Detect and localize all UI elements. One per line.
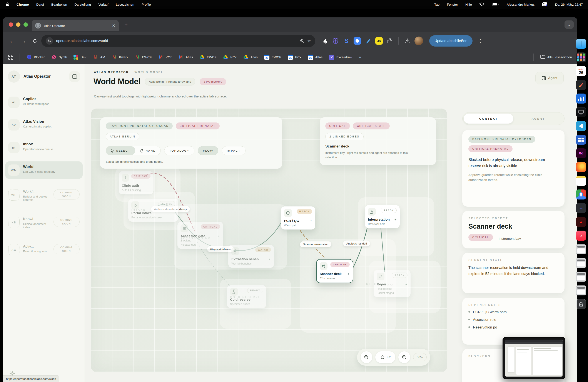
menu-verlauf[interactable]: Verlauf (98, 3, 108, 6)
node-extraction-bench[interactable]: WATCH Extraction bench✦ Wet lab benches (228, 245, 274, 268)
pip-window[interactable] (503, 337, 565, 379)
minimize-window-button[interactable] (16, 22, 21, 27)
node-clinic-auth[interactable]: !CRITICAL Clinic auth Auth ID missing (119, 171, 153, 194)
dock-minimized-window-thumbnail[interactable] (576, 258, 586, 268)
dock-firefox-icon[interactable] (576, 162, 586, 172)
node-pcr-qc[interactable]: WATCH PCR / QC✦ Warm path (281, 207, 315, 230)
close-window-button[interactable] (9, 22, 13, 27)
extension-wand-icon[interactable] (321, 37, 328, 44)
zoom-fit-button[interactable]: Fit (375, 351, 395, 363)
browser-tab[interactable]: Atlas Operator ✕ (32, 20, 119, 31)
dock-windows-app-icon[interactable] (576, 135, 586, 145)
reload-button[interactable] (30, 36, 40, 46)
dock-chrome-icon[interactable] (576, 190, 586, 199)
dock-minimized-window-thumbnail[interactable] (576, 272, 586, 282)
bookmark-kwarx[interactable]: MKwarx (112, 55, 128, 60)
bookmark-pcx-drive[interactable]: PCx (223, 55, 236, 60)
tab-agent[interactable]: AGENT (513, 114, 563, 124)
zoom-out-page-icon[interactable] (300, 39, 304, 43)
node-portal-intake[interactable]: INTAKE ◇ACTIVE Portal intake✦ Portal + a… (128, 199, 178, 222)
bookmark-pcx-mail[interactable]: MPCx (158, 55, 171, 60)
tool-topology[interactable]: TOPOLOGY (164, 146, 194, 155)
battery-icon[interactable] (492, 3, 499, 6)
dock-launchpad-icon[interactable] (576, 52, 586, 63)
sidebar-item-activity[interactable]: AC COMING SOONActiv...Execution logbook (5, 241, 83, 258)
menu-datei[interactable]: Datei (36, 3, 44, 6)
bookmark-excalidraw[interactable]: ✕ Excalidraw (329, 55, 352, 60)
back-button[interactable]: ← (7, 36, 17, 46)
bookmark-ewcf-mail[interactable]: MEWCF (135, 55, 151, 60)
menu-darstellung[interactable]: Darstellung (74, 3, 91, 6)
menu-bearbeiten[interactable]: Bearbeiten (51, 3, 67, 6)
node-scanner-deck[interactable]: CRITICAL Scanner deck✦ 52m reserve (316, 259, 353, 283)
bookmark-atlas-drive[interactable]: Atlas (243, 55, 258, 60)
bookmark-ewcf-calendar[interactable]: 26 EWCF (264, 55, 281, 60)
node-interpretation[interactable]: READY Interpretation✦ Reviewer held (365, 205, 400, 228)
sidebar-item-knowledge[interactable]: KB COMING SOONKnowl...Clinical document … (5, 214, 83, 232)
new-tab-button[interactable]: + (124, 21, 128, 28)
tab-close-icon[interactable]: ✕ (112, 23, 115, 28)
tab-context[interactable]: CONTEXT (464, 114, 513, 124)
menu-hilfe[interactable]: Hilfe (465, 3, 472, 6)
bookmark-am[interactable]: MAM (93, 55, 105, 60)
dock-acrobat-icon[interactable]: ▲ (576, 217, 586, 227)
tab-search-chevron-button[interactable]: ⌄ (565, 21, 574, 29)
apps-grid-icon[interactable] (8, 55, 13, 60)
extension-s-icon[interactable]: S (343, 37, 350, 44)
bookmark-synth[interactable]: Synth (51, 55, 67, 60)
bookmark-atlas-mail[interactable]: MAtlas (178, 55, 193, 60)
node-reporting[interactable]: REPORTING READY Reporting✦ Final release… (374, 270, 411, 297)
wifi-icon[interactable] (479, 2, 484, 6)
tool-impact[interactable]: IMPACT (222, 146, 246, 155)
chrome-update-button[interactable]: Update abschließen (429, 35, 473, 46)
bookmark-blocker[interactable]: Blocker (26, 55, 45, 60)
menubar-clock[interactable]: Do. 26. März 22:47 (555, 3, 583, 6)
fullscreen-window-button[interactable] (23, 22, 28, 27)
live-blockers-badge[interactable]: 3 live blockers (200, 78, 226, 85)
menubar-username[interactable]: Alessandro Markus (507, 3, 534, 6)
extension-pen-icon[interactable] (364, 37, 372, 44)
node-accession-gate[interactable]: ACCESSIONING ▣CRITICAL Accession gate✦ 2… (177, 222, 223, 249)
extension-camera-icon[interactable] (354, 37, 361, 44)
profile-avatar[interactable] (415, 37, 423, 45)
collapse-sidebar-button[interactable] (69, 71, 80, 82)
menu-chrome[interactable]: Chrome (17, 3, 29, 6)
sidebar-item-atlas-vision[interactable]: AV Atlas VisionCamera intake copilot (5, 116, 83, 134)
dock-minimized-window-thumbnail[interactable] (576, 244, 586, 254)
dock-notes-icon[interactable] (576, 176, 586, 186)
dock-vscode-icon[interactable] (576, 121, 586, 131)
bookmarks-overflow-chevron[interactable]: » (358, 55, 361, 60)
browser-menu-kebab-icon[interactable]: ⋮ (478, 38, 483, 43)
sidebar-item-workflows[interactable]: WF COMING SOONWorkfl...Builder and deplo… (5, 186, 83, 205)
sidebar-item-world[interactable]: WM WorldLab GIS + case topology (5, 161, 83, 179)
dock-calendar-icon[interactable]: MÄR26 (576, 66, 586, 76)
world-canvas[interactable]: Authorization dependency Physical releas… (91, 108, 447, 372)
extension-shield-icon[interactable] (332, 37, 339, 44)
bookmark-dev[interactable]: Dev (74, 55, 86, 60)
node-cold-reserve[interactable]: COLD RESERVE READY Cold reserve Specimen… (227, 285, 266, 308)
address-bar[interactable]: operator.atlasbiolabs.com/world ☆ (41, 35, 315, 47)
dock-music-icon[interactable]: ♪ (576, 231, 586, 241)
menu-fenster[interactable]: Fenster (447, 3, 458, 6)
forward-button[interactable]: → (19, 36, 28, 46)
dock-discord-icon[interactable]: ⌣ (576, 203, 586, 213)
all-bookmarks-button[interactable]: Alle Lesezeichen (540, 55, 572, 59)
dock-minimized-window-thumbnail[interactable] (576, 285, 586, 296)
dock-finder-icon[interactable] (576, 39, 586, 49)
menu-lesezeichen[interactable]: Lesezeichen (116, 3, 134, 6)
menu-tab[interactable]: Tab (434, 3, 440, 6)
dock-dart-icon[interactable] (576, 80, 586, 90)
dock-tv-icon[interactable] (576, 107, 586, 117)
bookmark-ewcf-drive[interactable]: EWCF (199, 55, 216, 60)
downloads-icon[interactable] (404, 37, 411, 44)
menu-profile[interactable]: Profile (142, 3, 151, 6)
bookmark-atlas-calendar[interactable]: 26 Atlas (308, 55, 322, 60)
extensions-puzzle-icon[interactable] (386, 37, 394, 44)
apple-logo-icon[interactable] (5, 2, 9, 7)
site-info-icon[interactable] (46, 37, 53, 44)
tool-hand[interactable]: HAND (135, 146, 161, 155)
zoom-out-button[interactable] (360, 351, 372, 363)
dock-adobe-xd-icon[interactable]: Xd (576, 148, 586, 158)
fast-user-switching-icon[interactable] (542, 2, 547, 6)
extension-js-icon[interactable]: JS (375, 37, 383, 44)
